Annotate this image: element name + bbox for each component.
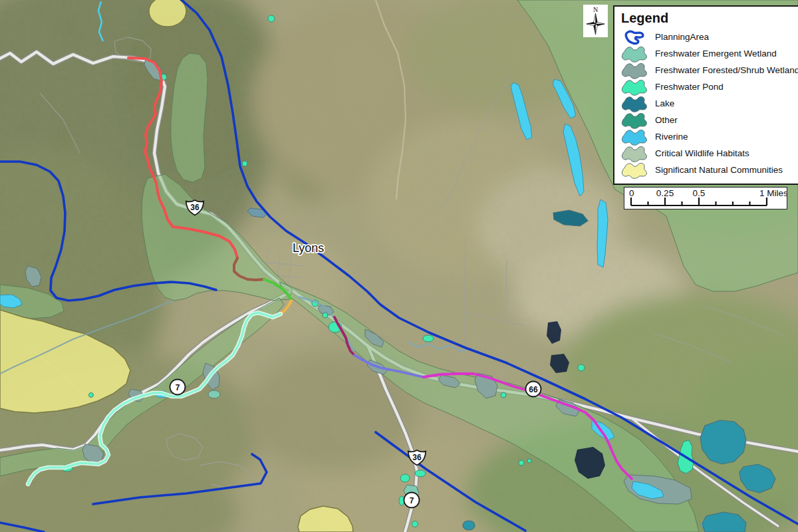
scale-label-0: 0 (629, 188, 634, 198)
legend-item: Critical Wildlife Habitats (621, 145, 798, 162)
legend-title: Legend (621, 11, 798, 26)
state-route-shield: 7 (170, 380, 186, 395)
north-arrow: N (583, 5, 608, 37)
wetland-swatch-icon (621, 128, 648, 146)
legend-item-label: Riverine (655, 132, 688, 142)
wetland-swatch-icon (621, 61, 648, 80)
state-route-shield: 7 (404, 493, 420, 508)
north-label: N (593, 6, 598, 13)
map-page: 36766367 Lyons N Legend PlanningAreaFres… (0, 0, 798, 532)
legend-item: Riverine (621, 128, 798, 145)
route-shield-label: 66 (529, 385, 538, 394)
wetland-swatch-icon (621, 78, 648, 96)
legend-panel: Legend PlanningAreaFreshwater Emergent W… (613, 5, 798, 185)
legend-item: Freshwater Forested/Shrub Wetland (621, 62, 798, 78)
legend-item-label: Significant Natural Communities (655, 165, 783, 175)
legend-item: Freshwater Pond (621, 78, 798, 95)
route-shield-label: 7 (176, 383, 180, 392)
wetland-swatch-icon (621, 111, 648, 130)
legend-item-label: PlanningArea (655, 32, 709, 42)
scale-bar: 0 0.25 0.5 1 Miles (624, 187, 787, 209)
town-label: Lyons (293, 241, 324, 255)
legend-item-label: Freshwater Pond (655, 82, 724, 92)
scale-label-025: 0.25 (656, 188, 674, 198)
route-shield-label: 7 (410, 496, 414, 505)
scale-bar-ticks (631, 198, 767, 205)
legend-item: Lake (621, 95, 798, 112)
legend-item: Freshwater Emergent Wetland (621, 45, 798, 62)
legend-item-label: Critical Wildlife Habitats (655, 148, 749, 158)
legend-item-label: Other (655, 115, 678, 125)
legend-item-label: Freshwater Emergent Wetland (655, 49, 777, 59)
planning-area-swatch-icon (621, 28, 648, 47)
legend-item-label: Lake (655, 98, 674, 108)
scale-label-05: 0.5 (693, 188, 706, 198)
state-route-shield: 66 (526, 382, 541, 397)
compass-star-icon (587, 13, 604, 35)
route-shield-label: 36 (190, 203, 200, 212)
wetland-swatch-icon (621, 45, 648, 63)
route-shield-label: 36 (412, 453, 422, 462)
wetland-swatch-icon (621, 161, 648, 180)
legend-items: PlanningAreaFreshwater Emergent WetlandF… (621, 29, 798, 178)
legend-item: Significant Natural Communities (621, 162, 798, 178)
legend-item: Other (621, 112, 798, 128)
wetland-swatch-icon (621, 144, 648, 163)
legend-item: PlanningArea (621, 29, 798, 45)
wetland-swatch-icon (621, 94, 648, 113)
scale-label-1mile: 1 Miles (759, 188, 787, 198)
legend-item-label: Freshwater Forested/Shrub Wetland (655, 65, 798, 75)
